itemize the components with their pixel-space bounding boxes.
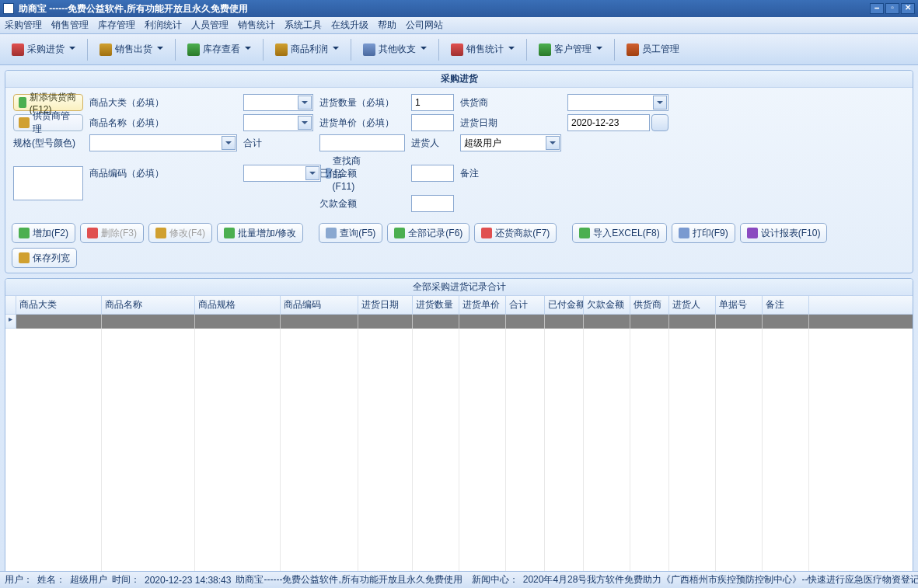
edit-button[interactable]: 修改(F4) bbox=[148, 223, 212, 243]
chevron-down-icon bbox=[157, 47, 163, 53]
menu-help[interactable]: 帮助 bbox=[378, 19, 396, 32]
col-header[interactable]: 已付金额 bbox=[545, 296, 584, 314]
grid-panel: 全部采购进货记录合计 商品大类商品名称商品规格商品编码进货日期进货数量进货单价合… bbox=[5, 278, 913, 588]
tb-other[interactable]: 其他收支 bbox=[358, 40, 432, 59]
search-icon bbox=[326, 228, 337, 238]
all-records-button[interactable]: 全部记录(F6) bbox=[387, 223, 469, 243]
qty-input[interactable]: 1 bbox=[411, 94, 454, 111]
report-button[interactable]: 设计报表(F10) bbox=[740, 223, 828, 243]
menu-personnel[interactable]: 人员管理 bbox=[191, 19, 229, 32]
price-input[interactable] bbox=[411, 114, 454, 131]
inventory-icon bbox=[187, 43, 200, 56]
owe-input[interactable] bbox=[411, 195, 454, 212]
paid-input[interactable] bbox=[411, 165, 454, 182]
status-user-label: 用户： bbox=[5, 573, 33, 586]
spec-label: 规格(型号颜色) bbox=[13, 137, 83, 150]
col-header[interactable]: 进货人 bbox=[669, 296, 716, 314]
chevron-down-icon[interactable] bbox=[298, 116, 312, 130]
col-header[interactable]: 商品规格 bbox=[195, 296, 281, 314]
close-button[interactable]: ✕ bbox=[901, 3, 915, 14]
tb-customer[interactable]: 客户管理 bbox=[533, 40, 608, 59]
col-header[interactable]: 供货商 bbox=[630, 296, 669, 314]
customer-icon bbox=[539, 43, 551, 56]
price-label: 进货单价（必填） bbox=[319, 117, 405, 130]
plus-icon bbox=[19, 228, 30, 238]
query-button[interactable]: 查询(F5) bbox=[319, 223, 382, 243]
col-header[interactable]: 单据号 bbox=[716, 296, 763, 314]
name-combo[interactable] bbox=[243, 114, 313, 131]
tb-employee[interactable]: 员工管理 bbox=[621, 40, 685, 59]
date-input[interactable]: 2020-12-23 bbox=[567, 114, 650, 131]
category-label: 商品大类（必填） bbox=[89, 96, 237, 110]
tb-purchase[interactable]: 采购进货 bbox=[6, 40, 81, 59]
col-header[interactable]: 备注 bbox=[763, 296, 809, 314]
row-marker[interactable]: ▸ bbox=[5, 315, 16, 329]
category-combo[interactable] bbox=[243, 94, 313, 111]
tb-inventory[interactable]: 库存查看 bbox=[182, 40, 257, 59]
calendar-button[interactable] bbox=[651, 114, 668, 131]
main-toolbar: 采购进货 销售出货 库存查看 商品利润 其他收支 销售统计 客户管理 员工管理 bbox=[0, 34, 918, 65]
plus-icon bbox=[19, 97, 26, 108]
chevron-down-icon bbox=[596, 47, 602, 53]
chevron-down-icon bbox=[508, 47, 515, 53]
person-label: 进货人 bbox=[411, 137, 454, 150]
menu-sales[interactable]: 销售管理 bbox=[51, 19, 89, 32]
edit-icon bbox=[19, 117, 30, 128]
new-supplier-button[interactable]: 新添供货商(F12) bbox=[13, 94, 83, 111]
batch-button[interactable]: 批量增加/修改 bbox=[217, 223, 303, 243]
code-label: 商品编码（必填） bbox=[89, 167, 237, 180]
stats-icon bbox=[451, 43, 463, 56]
total-label: 合计 bbox=[243, 137, 313, 150]
menu-update[interactable]: 在线升级 bbox=[331, 19, 368, 32]
menu-sales-stats[interactable]: 销售统计 bbox=[238, 19, 275, 32]
menu-website[interactable]: 公司网站 bbox=[406, 19, 443, 32]
tb-profit[interactable]: 商品利润 bbox=[270, 40, 344, 59]
excel-button[interactable]: 导入EXCEL(F8) bbox=[572, 223, 666, 243]
name-label: 商品名称（必填） bbox=[89, 117, 237, 130]
total-input[interactable] bbox=[319, 134, 405, 151]
chevron-down-icon[interactable] bbox=[653, 96, 667, 110]
supplier-mgmt-button[interactable]: 供货商管理 bbox=[13, 114, 83, 131]
person-combo[interactable]: 超级用户 bbox=[460, 134, 561, 151]
maximize-button[interactable]: ▫ bbox=[885, 3, 899, 14]
chevron-down-icon[interactable] bbox=[298, 96, 312, 110]
supplier-combo[interactable] bbox=[567, 94, 668, 111]
tb-sales[interactable]: 销售出货 bbox=[94, 40, 169, 59]
col-header[interactable]: 商品名称 bbox=[102, 296, 195, 314]
col-header[interactable]: 商品编码 bbox=[281, 296, 358, 314]
paid-label: 已付金额 bbox=[319, 167, 405, 180]
menu-profit[interactable]: 利润统计 bbox=[145, 19, 182, 32]
delete-button[interactable]: 删除(F3) bbox=[80, 223, 144, 243]
col-header[interactable]: 进货日期 bbox=[358, 296, 413, 314]
chevron-down-icon[interactable] bbox=[546, 136, 560, 150]
col-header[interactable]: 进货单价 bbox=[459, 296, 506, 314]
menu-purchase[interactable]: 采购管理 bbox=[5, 19, 42, 32]
chevron-down-icon[interactable] bbox=[222, 136, 236, 150]
col-header[interactable]: 合计 bbox=[506, 296, 545, 314]
col-header[interactable]: 商品大类 bbox=[16, 296, 102, 314]
chevron-down-icon bbox=[69, 47, 75, 53]
remark-input[interactable] bbox=[13, 166, 83, 200]
return-button[interactable]: 还货商款(F7) bbox=[474, 223, 557, 243]
grid-body[interactable]: ▸ bbox=[5, 315, 913, 588]
print-button[interactable]: 打印(F9) bbox=[672, 223, 735, 243]
menu-tools[interactable]: 系统工具 bbox=[284, 19, 322, 32]
minimize-button[interactable]: ‒ bbox=[870, 3, 884, 14]
sales-icon bbox=[99, 43, 112, 56]
selected-row[interactable] bbox=[16, 315, 913, 329]
batch-icon bbox=[224, 228, 235, 238]
col-header[interactable]: 欠款金额 bbox=[584, 296, 630, 314]
code-combo[interactable] bbox=[243, 165, 321, 182]
tb-stats[interactable]: 销售统计 bbox=[445, 40, 520, 59]
chevron-down-icon bbox=[333, 47, 339, 53]
return-icon bbox=[481, 228, 492, 238]
check-icon bbox=[394, 228, 405, 238]
menu-inventory[interactable]: 库存管理 bbox=[98, 19, 135, 32]
excel-icon bbox=[579, 228, 590, 238]
chevron-down-icon[interactable] bbox=[305, 166, 319, 180]
chevron-down-icon bbox=[245, 47, 251, 53]
spec-combo[interactable] bbox=[89, 134, 237, 151]
col-header[interactable]: 进货数量 bbox=[413, 296, 459, 314]
add-button[interactable]: 增加(F2) bbox=[12, 223, 75, 243]
save-col-button[interactable]: 保存列宽 bbox=[12, 248, 77, 268]
